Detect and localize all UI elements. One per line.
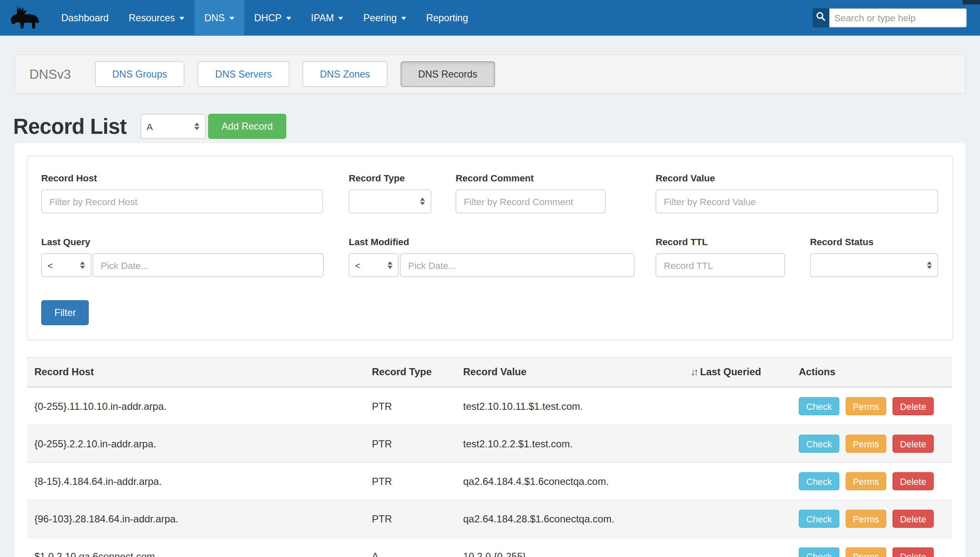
last-modified-date-input[interactable]	[400, 253, 635, 277]
record-status-filter-select[interactable]	[810, 253, 938, 277]
page-title: Record List	[13, 114, 127, 139]
header-record-host: Record Host	[27, 357, 365, 387]
actions-cell: Check Perms Delete	[791, 462, 952, 500]
actions-cell: Check Perms Delete	[791, 387, 952, 425]
select-arrows-icon	[420, 198, 425, 206]
perms-button[interactable]: Perms	[845, 472, 887, 491]
record-ttl-filter-label: Record TTL	[656, 236, 785, 247]
sort-icon[interactable]: ↓↑	[691, 366, 697, 377]
record-type-filter-select[interactable]	[349, 190, 431, 213]
record-comment-filter-input[interactable]	[456, 190, 606, 213]
last-queried-cell	[683, 537, 792, 557]
last-queried-cell	[683, 500, 792, 537]
records-table-body: {0-255}.11.10.10.in-addr.arpa. PTR test2…	[27, 387, 952, 557]
record-type-select-value: A	[147, 121, 153, 132]
perms-button[interactable]: Perms	[845, 547, 887, 557]
main-menu: Dashboard Resources DNS DHCP IPAM Peerin…	[51, 0, 478, 36]
actions-cell: Check Perms Delete	[791, 537, 952, 557]
last-query-operator-select[interactable]: <	[41, 253, 91, 277]
caret-down-icon	[229, 17, 234, 20]
filter-submit-button[interactable]: Filter	[41, 300, 89, 325]
record-type-filter-label: Record Type	[349, 173, 431, 183]
nav-item-dhcp[interactable]: DHCP	[244, 0, 301, 36]
table-row: {0-255}.11.10.10.in-addr.arpa. PTR test2…	[27, 387, 952, 425]
search-icon	[816, 11, 827, 25]
tab-dns-zones[interactable]: DNS Zones	[302, 61, 388, 87]
tab-dns-records[interactable]: DNS Records	[400, 61, 495, 87]
filter-panel: Record Host Record Type Record Comment R…	[27, 156, 953, 341]
caret-down-icon	[338, 17, 343, 20]
tab-dns-servers[interactable]: DNS Servers	[198, 61, 290, 87]
check-button[interactable]: Check	[799, 435, 840, 453]
subnav-title: DNSv3	[30, 67, 71, 82]
top-navbar: Dashboard Resources DNS DHCP IPAM Peerin…	[0, 0, 980, 36]
record-ttl-filter-input[interactable]	[656, 253, 785, 277]
last-modified-operator-value: <	[355, 260, 360, 271]
global-search	[812, 8, 967, 28]
last-queried-cell	[683, 425, 792, 462]
heading-row: Record List A Add Record	[13, 114, 966, 139]
check-button[interactable]: Check	[799, 547, 840, 557]
check-button[interactable]: Check	[799, 397, 840, 416]
search-input[interactable]	[830, 8, 967, 28]
header-actions: Actions	[791, 357, 952, 387]
check-button[interactable]: Check	[799, 472, 840, 491]
nav-label: Reporting	[426, 12, 468, 23]
actions-cell: Check Perms Delete	[791, 425, 952, 462]
nav-item-ipam[interactable]: IPAM	[301, 0, 353, 36]
nav-label: Peering	[363, 12, 397, 23]
select-arrows-icon	[80, 261, 85, 269]
brand-logo[interactable]	[0, 0, 49, 36]
record-type-cell: PTR	[365, 462, 456, 500]
nav-label: DNS	[204, 12, 225, 23]
record-list-card: Record Host Record Type Record Comment R…	[15, 143, 966, 557]
actions-cell: Check Perms Delete	[791, 500, 952, 537]
record-value-filter-input[interactable]	[656, 190, 938, 213]
nav-item-dns[interactable]: DNS	[194, 0, 244, 36]
record-host-cell: $1.0.2.10.qa.6connect.com.	[27, 537, 365, 557]
last-queried-cell	[683, 462, 792, 500]
add-record-button[interactable]: Add Record	[208, 114, 287, 139]
record-host-cell: {0-255}.2.2.10.in-addr.arpa.	[27, 425, 365, 462]
dns-subnav-panel: DNSv3 DNS Groups DNS Servers DNS Zones D…	[15, 55, 966, 94]
page: Dashboard Resources DNS DHCP IPAM Peerin…	[0, 0, 980, 557]
delete-button[interactable]: Delete	[892, 547, 934, 557]
record-type-cell: PTR	[365, 387, 456, 425]
last-query-date-input[interactable]	[92, 253, 324, 277]
perms-button[interactable]: Perms	[845, 435, 887, 453]
search-button[interactable]	[812, 8, 830, 28]
nav-item-peering[interactable]: Peering	[353, 0, 416, 36]
perms-button[interactable]: Perms	[845, 397, 887, 416]
record-host-cell: {0-255}.11.10.10.in-addr.arpa.	[27, 387, 365, 425]
tab-dns-groups[interactable]: DNS Groups	[95, 61, 185, 87]
table-row: {0-255}.2.2.10.in-addr.arpa. PTR test2.1…	[27, 425, 952, 462]
nav-item-dashboard[interactable]: Dashboard	[51, 0, 119, 36]
record-type-cell: PTR	[365, 425, 456, 462]
nav-item-reporting[interactable]: Reporting	[416, 0, 478, 36]
record-host-cell: {8-15}.4.184.64.in-addr.arpa.	[27, 462, 365, 500]
record-type-select[interactable]: A	[140, 114, 205, 139]
last-query-operator-value: <	[48, 260, 53, 271]
record-status-filter-label: Record Status	[810, 236, 938, 247]
nav-item-resources[interactable]: Resources	[119, 0, 195, 36]
record-type-cell: A	[365, 537, 456, 557]
delete-button[interactable]: Delete	[892, 397, 934, 416]
check-button[interactable]: Check	[799, 510, 840, 528]
header-record-type: Record Type	[365, 357, 456, 387]
select-arrows-icon	[194, 123, 199, 130]
record-host-filter-label: Record Host	[41, 173, 323, 183]
delete-button[interactable]: Delete	[892, 510, 934, 528]
last-modified-operator-select[interactable]: <	[349, 253, 399, 277]
table-row: $1.0.2.10.qa.6connect.com. A 10.2.0.{0-2…	[27, 537, 952, 557]
caret-down-icon	[401, 17, 406, 20]
delete-button[interactable]: Delete	[892, 472, 934, 491]
perms-button[interactable]: Perms	[845, 510, 887, 528]
table-header-row: Record Host Record Type Record Value ↓↑L…	[27, 357, 952, 387]
header-last-queried-label: Last Queried	[700, 366, 761, 377]
record-value-cell: 10.2.0.{0-255}	[456, 537, 683, 557]
header-last-queried[interactable]: ↓↑Last Queried	[683, 357, 792, 387]
record-host-filter-input[interactable]	[41, 190, 323, 213]
select-arrows-icon	[388, 261, 392, 269]
delete-button[interactable]: Delete	[892, 435, 934, 453]
record-value-cell: test2.10.2.2.$1.test.com.	[456, 425, 683, 462]
